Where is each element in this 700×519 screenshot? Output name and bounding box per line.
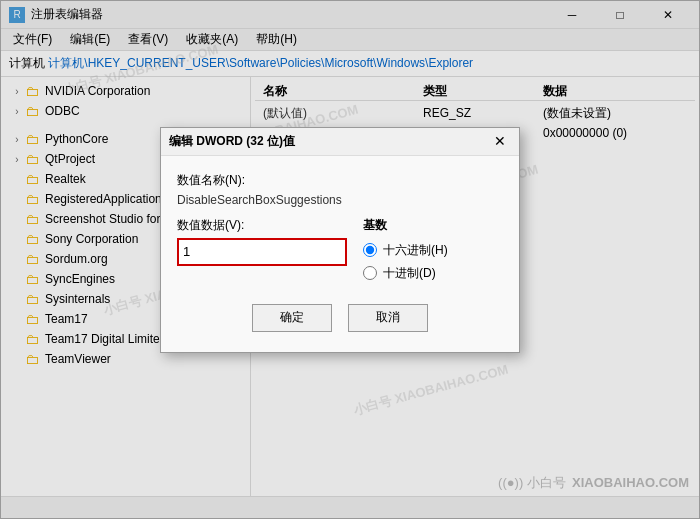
- base-section: 基数 十六进制(H) 十进制(D): [363, 217, 503, 288]
- edit-dword-dialog: 编辑 DWORD (32 位)值 ✕ 数值名称(N): DisableSearc…: [160, 127, 520, 353]
- dialog-body: 数值名称(N): DisableSearchBoxSuggestions 数值数…: [161, 156, 519, 352]
- hex-radio-row[interactable]: 十六进制(H): [363, 242, 503, 259]
- dec-radio-label: 十进制(D): [383, 265, 436, 282]
- name-row: 数值名称(N): DisableSearchBoxSuggestions: [177, 172, 503, 207]
- ok-button[interactable]: 确定: [252, 304, 332, 332]
- data-label: 数值数据(V):: [177, 217, 347, 234]
- dec-radio-row[interactable]: 十进制(D): [363, 265, 503, 282]
- cancel-button[interactable]: 取消: [348, 304, 428, 332]
- dec-radio[interactable]: [363, 266, 377, 280]
- value-section: 数值数据(V):: [177, 217, 347, 288]
- name-label: 数值名称(N):: [177, 172, 503, 189]
- dialog-titlebar: 编辑 DWORD (32 位)值 ✕: [161, 128, 519, 156]
- main-window: R 注册表编辑器 ─ □ ✕ 文件(F) 编辑(E) 查看(V) 收藏夹(A) …: [0, 0, 700, 519]
- base-label: 基数: [363, 217, 503, 234]
- hex-radio-label: 十六进制(H): [383, 242, 448, 259]
- dialog-overlay: 编辑 DWORD (32 位)值 ✕ 数值名称(N): DisableSearc…: [1, 1, 699, 518]
- hex-radio[interactable]: [363, 243, 377, 257]
- name-value: DisableSearchBoxSuggestions: [177, 193, 503, 207]
- data-input[interactable]: [177, 238, 347, 266]
- dialog-close-button[interactable]: ✕: [489, 130, 511, 152]
- two-col-area: 数值数据(V): 基数 十六进制(H) 十进制(D): [177, 217, 503, 288]
- dialog-title: 编辑 DWORD (32 位)值: [169, 133, 295, 150]
- dialog-buttons: 确定 取消: [177, 304, 503, 336]
